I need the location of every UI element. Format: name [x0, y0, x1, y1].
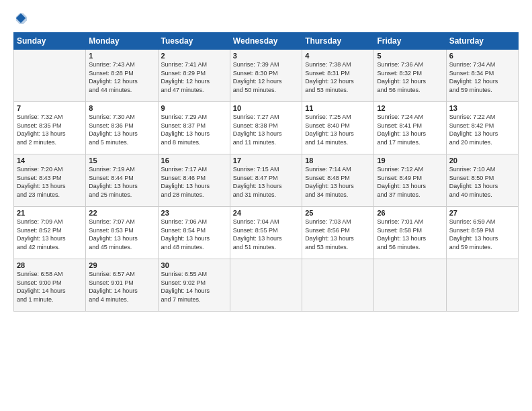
calendar-cell: 17Sunrise: 7:15 AM Sunset: 8:47 PM Dayli…	[230, 154, 302, 207]
day-number: 2	[161, 52, 227, 60]
calendar-cell: 3Sunrise: 7:39 AM Sunset: 8:30 PM Daylig…	[230, 50, 302, 102]
day-number: 27	[449, 209, 515, 217]
cell-info: Sunrise: 6:58 AM Sunset: 9:00 PM Dayligh…	[17, 270, 83, 304]
day-number: 28	[17, 261, 83, 269]
calendar-cell: 12Sunrise: 7:24 AM Sunset: 8:41 PM Dayli…	[374, 102, 446, 154]
calendar-cell: 5Sunrise: 7:36 AM Sunset: 8:32 PM Daylig…	[374, 50, 446, 102]
day-number: 18	[305, 156, 371, 165]
calendar-week-row: 7Sunrise: 7:32 AM Sunset: 8:35 PM Daylig…	[14, 102, 519, 154]
calendar-cell: 8Sunrise: 7:30 AM Sunset: 8:36 PM Daylig…	[86, 102, 158, 154]
day-number: 16	[161, 156, 227, 165]
day-number: 24	[233, 209, 299, 217]
calendar-cell: 29Sunrise: 6:57 AM Sunset: 9:01 PM Dayli…	[86, 259, 158, 312]
day-number: 4	[305, 52, 371, 60]
cell-info: Sunrise: 6:59 AM Sunset: 8:59 PM Dayligh…	[449, 218, 515, 251]
calendar-cell	[14, 50, 86, 102]
cell-info: Sunrise: 7:24 AM Sunset: 8:41 PM Dayligh…	[377, 113, 443, 146]
cell-info: Sunrise: 7:12 AM Sunset: 8:49 PM Dayligh…	[377, 165, 443, 199]
calendar-cell: 25Sunrise: 7:03 AM Sunset: 8:56 PM Dayli…	[302, 207, 374, 259]
cell-info: Sunrise: 7:01 AM Sunset: 8:58 PM Dayligh…	[377, 218, 443, 251]
day-number: 21	[17, 209, 83, 217]
day-number: 9	[161, 104, 227, 112]
cell-info: Sunrise: 7:14 AM Sunset: 8:48 PM Dayligh…	[305, 165, 371, 199]
cell-info: Sunrise: 7:10 AM Sunset: 8:50 PM Dayligh…	[449, 165, 515, 199]
calendar-week-row: 1Sunrise: 7:43 AM Sunset: 8:28 PM Daylig…	[14, 50, 519, 102]
calendar-cell	[446, 259, 518, 312]
day-number: 5	[377, 52, 443, 60]
day-number: 11	[305, 104, 371, 112]
logo-icon	[15, 12, 27, 24]
calendar-cell: 16Sunrise: 7:17 AM Sunset: 8:46 PM Dayli…	[158, 154, 230, 207]
day-number: 8	[89, 104, 154, 112]
calendar-cell: 9Sunrise: 7:29 AM Sunset: 8:37 PM Daylig…	[158, 102, 230, 154]
cell-info: Sunrise: 7:27 AM Sunset: 8:38 PM Dayligh…	[233, 113, 299, 146]
weekday-header: Wednesday	[230, 33, 302, 50]
logo	[13, 12, 27, 24]
calendar-cell	[302, 259, 374, 312]
weekday-header: Sunday	[14, 33, 86, 50]
cell-info: Sunrise: 6:57 AM Sunset: 9:01 PM Dayligh…	[89, 270, 154, 304]
calendar-cell: 21Sunrise: 7:09 AM Sunset: 8:52 PM Dayli…	[14, 207, 86, 259]
day-number: 15	[89, 156, 154, 165]
calendar-cell: 30Sunrise: 6:55 AM Sunset: 9:02 PM Dayli…	[158, 259, 230, 312]
calendar-cell: 2Sunrise: 7:41 AM Sunset: 8:29 PM Daylig…	[158, 50, 230, 102]
calendar-cell: 10Sunrise: 7:27 AM Sunset: 8:38 PM Dayli…	[230, 102, 302, 154]
day-number: 30	[161, 261, 227, 269]
cell-info: Sunrise: 7:07 AM Sunset: 8:53 PM Dayligh…	[89, 218, 154, 251]
weekday-header: Saturday	[446, 33, 518, 50]
calendar-cell: 22Sunrise: 7:07 AM Sunset: 8:53 PM Dayli…	[86, 207, 158, 259]
cell-info: Sunrise: 7:32 AM Sunset: 8:35 PM Dayligh…	[17, 113, 83, 146]
cell-info: Sunrise: 7:03 AM Sunset: 8:56 PM Dayligh…	[305, 218, 371, 251]
cell-info: Sunrise: 7:34 AM Sunset: 8:34 PM Dayligh…	[449, 60, 515, 94]
cell-info: Sunrise: 7:19 AM Sunset: 8:44 PM Dayligh…	[89, 165, 154, 199]
page: SundayMondayTuesdayWednesdayThursdayFrid…	[0, 0, 532, 318]
day-number: 17	[233, 156, 299, 165]
calendar-week-row: 14Sunrise: 7:20 AM Sunset: 8:43 PM Dayli…	[14, 154, 519, 207]
calendar-cell: 23Sunrise: 7:06 AM Sunset: 8:54 PM Dayli…	[158, 207, 230, 259]
calendar-cell: 27Sunrise: 6:59 AM Sunset: 8:59 PM Dayli…	[446, 207, 518, 259]
weekday-header: Thursday	[302, 33, 374, 50]
cell-info: Sunrise: 7:22 AM Sunset: 8:42 PM Dayligh…	[449, 113, 515, 146]
cell-info: Sunrise: 6:55 AM Sunset: 9:02 PM Dayligh…	[161, 270, 227, 304]
calendar-cell	[230, 259, 302, 312]
calendar-week-row: 21Sunrise: 7:09 AM Sunset: 8:52 PM Dayli…	[14, 207, 519, 259]
calendar-cell: 28Sunrise: 6:58 AM Sunset: 9:00 PM Dayli…	[14, 259, 86, 312]
day-number: 6	[449, 52, 515, 60]
day-number: 25	[305, 209, 371, 217]
calendar-table: SundayMondayTuesdayWednesdayThursdayFrid…	[13, 32, 519, 312]
calendar-cell: 7Sunrise: 7:32 AM Sunset: 8:35 PM Daylig…	[14, 102, 86, 154]
day-number: 23	[161, 209, 227, 217]
svg-marker-1	[16, 13, 27, 24]
day-number: 10	[233, 104, 299, 112]
calendar-cell: 15Sunrise: 7:19 AM Sunset: 8:44 PM Dayli…	[86, 154, 158, 207]
calendar-cell: 4Sunrise: 7:38 AM Sunset: 8:31 PM Daylig…	[302, 50, 374, 102]
day-number: 22	[89, 209, 154, 217]
cell-info: Sunrise: 7:38 AM Sunset: 8:31 PM Dayligh…	[305, 60, 371, 94]
day-number: 3	[233, 52, 299, 60]
calendar-cell: 14Sunrise: 7:20 AM Sunset: 8:43 PM Dayli…	[14, 154, 86, 207]
cell-info: Sunrise: 7:30 AM Sunset: 8:36 PM Dayligh…	[89, 113, 154, 146]
weekday-header: Tuesday	[158, 33, 230, 50]
cell-info: Sunrise: 7:20 AM Sunset: 8:43 PM Dayligh…	[17, 165, 83, 199]
cell-info: Sunrise: 7:04 AM Sunset: 8:55 PM Dayligh…	[233, 218, 299, 251]
calendar-cell: 20Sunrise: 7:10 AM Sunset: 8:50 PM Dayli…	[446, 154, 518, 207]
calendar-cell: 6Sunrise: 7:34 AM Sunset: 8:34 PM Daylig…	[446, 50, 518, 102]
day-number: 12	[377, 104, 443, 112]
calendar-week-row: 28Sunrise: 6:58 AM Sunset: 9:00 PM Dayli…	[14, 259, 519, 312]
day-number: 26	[377, 209, 443, 217]
cell-info: Sunrise: 7:36 AM Sunset: 8:32 PM Dayligh…	[377, 60, 443, 94]
weekday-header: Friday	[374, 33, 446, 50]
day-number: 14	[17, 156, 83, 165]
calendar-header-row: SundayMondayTuesdayWednesdayThursdayFrid…	[14, 33, 519, 50]
calendar-cell: 1Sunrise: 7:43 AM Sunset: 8:28 PM Daylig…	[86, 50, 158, 102]
cell-info: Sunrise: 7:17 AM Sunset: 8:46 PM Dayligh…	[161, 165, 227, 199]
day-number: 7	[17, 104, 83, 112]
day-number: 29	[89, 261, 154, 269]
calendar-cell: 19Sunrise: 7:12 AM Sunset: 8:49 PM Dayli…	[374, 154, 446, 207]
cell-info: Sunrise: 7:09 AM Sunset: 8:52 PM Dayligh…	[17, 218, 83, 251]
day-number: 13	[449, 104, 515, 112]
day-number: 19	[377, 156, 443, 165]
cell-info: Sunrise: 7:41 AM Sunset: 8:29 PM Dayligh…	[161, 60, 227, 94]
header	[13, 12, 519, 24]
cell-info: Sunrise: 7:06 AM Sunset: 8:54 PM Dayligh…	[161, 218, 227, 251]
